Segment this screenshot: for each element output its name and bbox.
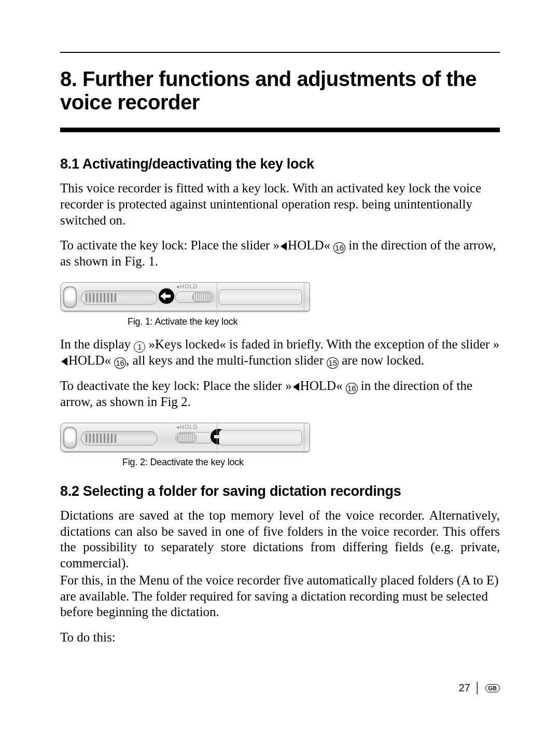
- callout-16: 16: [333, 242, 345, 254]
- triangle-left-icon: [281, 242, 287, 250]
- top-rule: [60, 52, 500, 53]
- arrow-left-icon: [159, 288, 174, 304]
- page-footer: 27 │ GB: [459, 682, 500, 694]
- text: To activate the key lock: Place the slid…: [60, 238, 279, 252]
- language-badge: GB: [485, 684, 500, 692]
- text: »Keys locked« is faded in briefly. With …: [145, 337, 499, 351]
- device-illustration: ◂HOLD: [60, 279, 309, 313]
- chapter-title: 8. Further functions and adjustments of …: [60, 67, 500, 114]
- text: , all keys and the multi-function slider: [126, 353, 327, 367]
- footer-separator: │: [474, 682, 481, 694]
- text: HOLD«: [68, 353, 114, 367]
- callout-1: 1: [134, 341, 145, 353]
- text: To deactivate the key lock: Place the sl…: [60, 379, 292, 393]
- callout-16: 16: [346, 383, 358, 394]
- paragraph: For this, in the Menu of the voice recor…: [60, 573, 500, 620]
- paragraph: To activate the key lock: Place the slid…: [60, 238, 500, 270]
- hold-label: ◂HOLD: [176, 283, 198, 290]
- figure-1: ◂HOLD: [60, 279, 500, 313]
- page-number: 27: [459, 682, 470, 694]
- figure-2-caption: Fig. 2: Deactivate the key lock: [122, 457, 500, 468]
- chapter-rule: [60, 128, 500, 132]
- triangle-left-icon: [61, 357, 67, 366]
- paragraph: Dictations are saved at the top memory l…: [60, 508, 500, 572]
- paragraph: This voice recorder is fitted with a key…: [60, 180, 500, 228]
- section-8-2-title: 8.2 Selecting a folder for saving dictat…: [60, 483, 500, 499]
- text: In the display: [60, 337, 134, 351]
- triangle-left-icon: [293, 383, 299, 391]
- hold-label: ◂HOLD: [176, 424, 198, 430]
- text: HOLD«: [288, 238, 333, 252]
- figure-2: ◂HOLD: [60, 420, 500, 454]
- paragraph: In the display 1 »Keys locked« is faded …: [60, 337, 500, 369]
- manual-page: 8. Further functions and adjustments of …: [0, 0, 560, 752]
- callout-15: 15: [327, 357, 339, 369]
- figure-1-caption: Fig. 1: Activate the key lock: [128, 316, 500, 327]
- callout-16: 16: [114, 357, 126, 369]
- text: are now locked.: [339, 353, 424, 367]
- section-8-1-title: 8.1 Activating/deactivating the key lock: [60, 156, 500, 172]
- paragraph: To deactivate the key lock: Place the sl…: [60, 378, 500, 410]
- device-illustration: ◂HOLD: [60, 420, 309, 454]
- paragraph: To do this:: [60, 630, 500, 646]
- text: HOLD«: [300, 379, 346, 393]
